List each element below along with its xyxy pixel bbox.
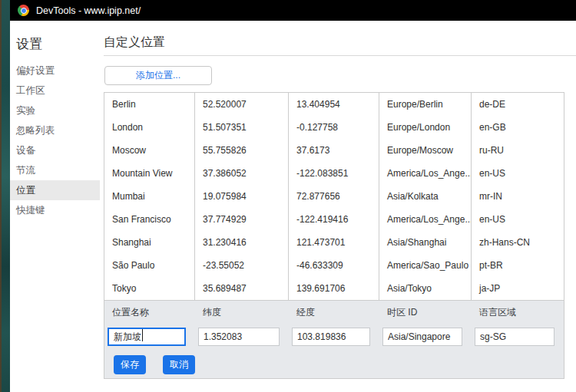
location-name-input[interactable] [108, 328, 186, 346]
add-location-button[interactable]: 添加位置... [104, 66, 212, 85]
table-cell: London [104, 116, 195, 139]
table-cell: mr-IN [472, 185, 564, 208]
window-titlebar[interactable]: DevTools - www.ipip.net/ [10, 0, 576, 21]
sidebar-item-ignore-list[interactable]: 忽略列表 [10, 120, 100, 140]
sidebar-header: 设置 [16, 35, 100, 53]
locale-input[interactable] [475, 328, 554, 346]
table-cell: 121.473701 [289, 231, 379, 254]
table-cell: 72.877656 [289, 185, 379, 208]
editor-field-column [289, 328, 379, 346]
table-row[interactable]: Mountain View37.386052-122.083851America… [104, 162, 564, 185]
table-cell: -46.633309 [289, 254, 379, 277]
table-cell: en-GB [472, 116, 564, 139]
table-cell: zh-Hans-CN [472, 231, 564, 254]
table-cell: San Francisco [104, 208, 195, 231]
longitude-input[interactable] [292, 328, 370, 346]
table-cell: -122.083851 [289, 162, 379, 185]
table-cell: America/Los_Ange... [379, 162, 472, 185]
table-cell: -0.127758 [289, 116, 379, 139]
table-cell: Europe/Berlin [379, 93, 472, 116]
table-cell: Shanghai [104, 231, 195, 254]
table-cell: Europe/Moscow [379, 139, 472, 162]
sidebar-item-devices[interactable]: 设备 [10, 140, 100, 160]
title-divider [104, 55, 576, 56]
table-cell: Asia/Shanghai [379, 231, 472, 254]
table-cell: 37.386052 [195, 162, 289, 185]
location-editor-panel: 位置名称纬度经度时区 ID语言区域 保存 取消 [104, 301, 564, 379]
editor-labels: 位置名称纬度经度时区 ID语言区域 [104, 301, 564, 319]
editor-field-column [472, 328, 564, 346]
locations-pane: 自定义位置 添加位置... Berlin52.52000713.404954Eu… [104, 21, 576, 392]
table-cell: de-DE [472, 93, 564, 116]
table-cell: 139.691706 [289, 277, 379, 300]
table-cell: 52.520007 [195, 93, 289, 116]
table-row[interactable]: Berlin52.52000713.404954Europe/Berlinde-… [104, 93, 564, 116]
table-cell: 31.230416 [195, 231, 289, 254]
editor-column-label: 经度 [289, 306, 379, 319]
table-cell: Asia/Tokyo [379, 277, 472, 300]
editor-buttons: 保存 取消 [114, 355, 195, 374]
table-cell: Mumbai [104, 185, 195, 208]
devtools-settings-window: 设置 偏好设置工作区实验忽略列表设备节流位置快捷键 自定义位置 添加位置... … [10, 21, 576, 392]
editor-column-label: 语言区域 [472, 306, 564, 319]
table-cell: 37.774929 [195, 208, 289, 231]
table-row[interactable]: London51.507351-0.127758Europe/Londonen-… [104, 116, 564, 139]
cancel-button[interactable]: 取消 [163, 355, 195, 374]
table-row[interactable]: Shanghai31.230416121.473701Asia/Shanghai… [104, 231, 564, 254]
editor-column-label: 纬度 [195, 306, 289, 319]
sidebar-item-workspace[interactable]: 工作区 [10, 81, 100, 100]
editor-field-column [104, 328, 195, 346]
table-cell: en-US [472, 162, 564, 185]
table-cell: ja-JP [472, 277, 564, 300]
table-cell: 35.689487 [195, 277, 289, 300]
editor-column-label: 位置名称 [104, 306, 195, 319]
page-title: 自定义位置 [104, 35, 165, 51]
locations-table: Berlin52.52000713.404954Europe/Berlinde-… [104, 92, 564, 301]
table-cell: ru-RU [472, 139, 564, 162]
table-cell: -122.419416 [289, 208, 379, 231]
table-cell: 37.6173 [289, 139, 379, 162]
text-caret [142, 329, 143, 341]
editor-field-column [195, 328, 289, 346]
sidebar-nav: 偏好设置工作区实验忽略列表设备节流位置快捷键 [10, 61, 100, 220]
table-cell: -23.55052 [195, 254, 289, 277]
table-row[interactable]: Moscow55.75582637.6173Europe/Moscowru-RU [104, 139, 564, 162]
table-cell: São Paulo [104, 254, 195, 277]
table-cell: America/Sao_Paulo [379, 254, 472, 277]
table-cell: America/Los_Ange... [379, 208, 472, 231]
table-cell: Asia/Kolkata [379, 185, 472, 208]
table-cell: 55.755826 [195, 139, 289, 162]
save-button[interactable]: 保存 [114, 355, 146, 374]
table-row[interactable]: San Francisco37.774929-122.419416America… [104, 208, 564, 231]
editor-column-label: 时区 ID [379, 306, 472, 319]
table-cell: Berlin [104, 93, 195, 116]
table-cell: 13.404954 [289, 93, 379, 116]
settings-sidebar: 设置 偏好设置工作区实验忽略列表设备节流位置快捷键 [10, 21, 100, 392]
table-cell: Mountain View [104, 162, 195, 185]
desktop-wallpaper-strip [0, 0, 10, 392]
table-cell: 51.507351 [195, 116, 289, 139]
editor-field-column [379, 328, 472, 346]
chrome-icon [18, 5, 29, 16]
table-cell: Europe/London [379, 116, 472, 139]
sidebar-item-experiments[interactable]: 实验 [10, 100, 100, 120]
sidebar-item-shortcuts[interactable]: 快捷键 [10, 200, 100, 220]
table-cell: Tokyo [104, 277, 195, 300]
timezone-input[interactable] [382, 328, 462, 346]
table-cell: Moscow [104, 139, 195, 162]
table-row[interactable]: São Paulo-23.55052-46.633309America/Sao_… [104, 254, 564, 277]
table-row[interactable]: Mumbai19.07598472.877656Asia/Kolkatamr-I… [104, 185, 564, 208]
sidebar-item-throttling[interactable]: 节流 [10, 160, 100, 180]
latitude-input[interactable] [198, 328, 280, 346]
window-title: DevTools - www.ipip.net/ [36, 5, 141, 16]
table-cell: pt-BR [472, 254, 564, 277]
table-row[interactable]: Tokyo35.689487139.691706Asia/Tokyoja-JP [104, 277, 564, 300]
table-cell: 19.075984 [195, 185, 289, 208]
sidebar-item-preferences[interactable]: 偏好设置 [10, 61, 100, 81]
table-cell: en-US [472, 208, 564, 231]
sidebar-item-locations[interactable]: 位置 [10, 180, 100, 200]
editor-inputs [104, 328, 564, 346]
